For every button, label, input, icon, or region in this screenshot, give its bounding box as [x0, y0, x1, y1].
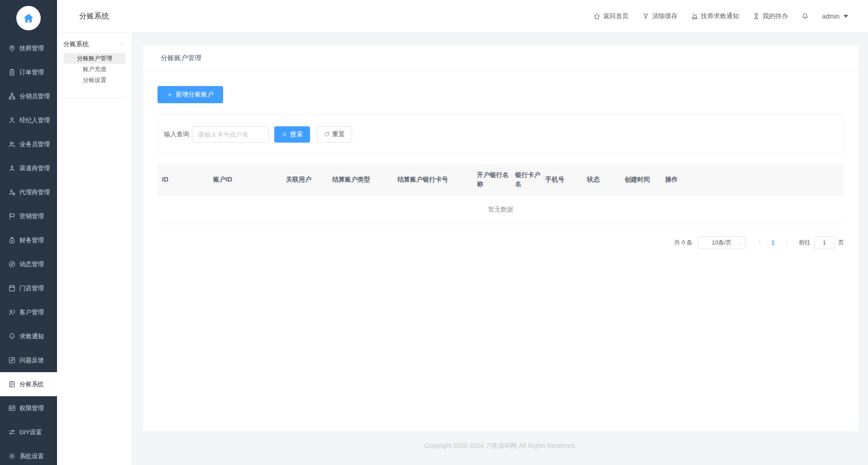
search-panel: 输入查询 搜索 重置 — [157, 115, 844, 154]
order-icon — [8, 68, 16, 76]
sidebar-item-label: 门店管理 — [19, 284, 44, 292]
back-home-label: 返回首页 — [603, 12, 629, 20]
pagination: 共 0 条 10条/页 1 前往 页 — [157, 236, 844, 249]
pagination-total: 共 0 条 — [674, 239, 692, 247]
page-unit-label: 页 — [838, 239, 844, 247]
reset-button[interactable]: 重置 — [317, 126, 352, 143]
submenu-item-split-settings[interactable]: 分账设置 — [64, 75, 125, 86]
sidebar-item-label: 客户管理 — [19, 308, 44, 316]
submenu-sidebar: 分账系统 分账账户管理 账户充值 分账设置 — [57, 33, 133, 465]
caret-down-icon — [842, 13, 849, 20]
technician-sos-link[interactable]: 技师求救通知 — [691, 12, 739, 20]
sidebar-item-distributor[interactable]: 分销员管理 — [0, 84, 57, 108]
sidebar-item-label: 分销员管理 — [19, 92, 50, 101]
clear-cache-icon — [642, 13, 649, 20]
my-todo-label: 我的待办 — [763, 12, 788, 20]
sidebar-item-settings[interactable]: 系统设置 — [0, 444, 57, 465]
accounts-table: ID 账户ID 关联用户 结算账户类型 结算账户银行卡号 开户银行名称 银行卡户… — [157, 164, 844, 196]
sidebar-item-sos-notice[interactable]: 求救通知 — [0, 324, 57, 348]
page-size-select[interactable]: 10条/页 — [698, 236, 745, 249]
sidebar-item-finance[interactable]: 财务管理 — [0, 228, 57, 252]
my-todo-link[interactable]: 我的待办 — [753, 12, 788, 20]
sidebar-item-label: 业务员管理 — [19, 140, 50, 149]
card-body: 新增分账账户 输入查询 搜索 重置 — [143, 71, 858, 249]
page-size-value: 10条/页 — [711, 239, 731, 247]
sidebar-item-label: 技师管理 — [19, 44, 44, 53]
copyright-footer: Copyright 2020-2024 刀客源码网 All Rights Res… — [133, 431, 868, 465]
notification-bell-icon — [801, 13, 809, 20]
add-account-button[interactable]: 新增分账账户 — [157, 86, 223, 103]
sidebar-item-channel[interactable]: 渠道商管理 — [0, 156, 57, 180]
main-sidebar: 技师管理 订单管理 分销员管理 经纪人管理 业务员管理 渠道商管理 代理商管理 — [0, 0, 57, 465]
sidebar-item-label: DIY设置 — [19, 428, 42, 436]
back-home-link[interactable]: 返回首页 — [593, 12, 629, 20]
chevron-down-icon — [119, 41, 125, 48]
table-empty-state: 暂无数据 — [157, 196, 844, 224]
search-input[interactable] — [192, 126, 269, 143]
salesman-icon — [8, 140, 16, 148]
logo[interactable] — [0, 0, 57, 36]
technician-icon — [8, 44, 16, 52]
goto-page-input[interactable] — [814, 236, 835, 249]
distributor-icon — [8, 92, 16, 100]
marketing-icon — [8, 212, 16, 220]
feedback-icon — [8, 356, 16, 364]
user-menu[interactable]: admin — [822, 13, 852, 20]
broker-icon — [8, 116, 16, 124]
column-header-related-user: 关联用户 — [281, 164, 328, 195]
home-logo-icon — [16, 6, 41, 30]
sidebar-item-marketing[interactable]: 营销管理 — [0, 204, 57, 228]
column-header-actions: 操作 — [661, 164, 844, 195]
store-icon — [8, 284, 16, 292]
refresh-icon — [324, 131, 330, 137]
sidebar-item-split-account[interactable]: 分账系统 — [0, 372, 57, 396]
card-title: 分账账户管理 — [161, 54, 201, 62]
channel-icon — [8, 164, 16, 172]
submenu-group-label: 分账系统 — [63, 40, 89, 48]
sidebar-item-customer[interactable]: 客户管理 — [0, 300, 57, 324]
submenu-item-account-recharge[interactable]: 账户充值 — [64, 64, 125, 75]
sidebar-item-label: 分账系统 — [19, 380, 44, 388]
column-header-phone: 手机号 — [541, 164, 582, 195]
sidebar-item-agent[interactable]: 代理商管理 — [0, 180, 57, 204]
sidebar-item-activity[interactable]: 动态管理 — [0, 252, 57, 276]
column-header-id: ID — [157, 164, 209, 195]
sidebar-nav: 技师管理 订单管理 分销员管理 经纪人管理 业务员管理 渠道商管理 代理商管理 — [0, 36, 57, 465]
sidebar-item-order[interactable]: 订单管理 — [0, 60, 57, 84]
hourglass-icon — [753, 13, 760, 20]
sidebar-item-broker[interactable]: 经纪人管理 — [0, 108, 57, 132]
sidebar-item-label: 经纪人管理 — [19, 116, 50, 125]
add-account-label: 新增分账账户 — [176, 91, 214, 99]
prev-page-button[interactable] — [753, 236, 766, 249]
submenu-group-split-account[interactable]: 分账系统 — [57, 33, 132, 53]
app-title: 分账系统 — [79, 11, 109, 21]
sidebar-item-salesman[interactable]: 业务员管理 — [0, 132, 57, 156]
top-header: 分账系统 返回首页 清除缓存 技师求救通知 我的待办 admin — [57, 0, 868, 33]
siren-icon — [691, 13, 698, 20]
chevron-left-icon — [757, 240, 763, 245]
workspace: 分账系统 分账账户管理 账户充值 分账设置 分账账户管理 新增分账账户 输入查询 — [57, 33, 868, 465]
submenu-item-account-management[interactable]: 分账账户管理 — [64, 53, 125, 64]
sidebar-item-label: 渠道商管理 — [19, 164, 50, 173]
sidebar-item-label: 权限管理 — [19, 404, 44, 412]
sidebar-item-technician[interactable]: 技师管理 — [0, 36, 57, 60]
page-number-1[interactable]: 1 — [766, 239, 780, 246]
sidebar-item-label: 问题反馈 — [19, 356, 44, 364]
sidebar-item-label: 代理商管理 — [19, 188, 50, 197]
clear-cache-label: 清除缓存 — [652, 12, 677, 20]
next-page-button[interactable] — [780, 236, 793, 249]
sidebar-item-label: 动态管理 — [19, 260, 44, 268]
home-icon — [593, 13, 601, 20]
column-header-account-type: 结算账户类型 — [328, 164, 393, 195]
search-button[interactable]: 搜索 — [274, 126, 310, 143]
clear-cache-link[interactable]: 清除缓存 — [642, 12, 677, 20]
sidebar-item-store[interactable]: 门店管理 — [0, 276, 57, 300]
username: admin — [822, 13, 839, 20]
notification-button[interactable] — [801, 13, 809, 20]
sidebar-item-permission[interactable]: 权限管理 — [0, 396, 57, 420]
column-header-card-holder: 银行卡户名 — [510, 164, 541, 195]
sidebar-item-feedback[interactable]: 问题反馈 — [0, 348, 57, 372]
reset-button-label: 重置 — [332, 130, 345, 139]
sidebar-item-diy[interactable]: DIY设置 — [0, 420, 57, 444]
customer-icon — [8, 308, 16, 316]
